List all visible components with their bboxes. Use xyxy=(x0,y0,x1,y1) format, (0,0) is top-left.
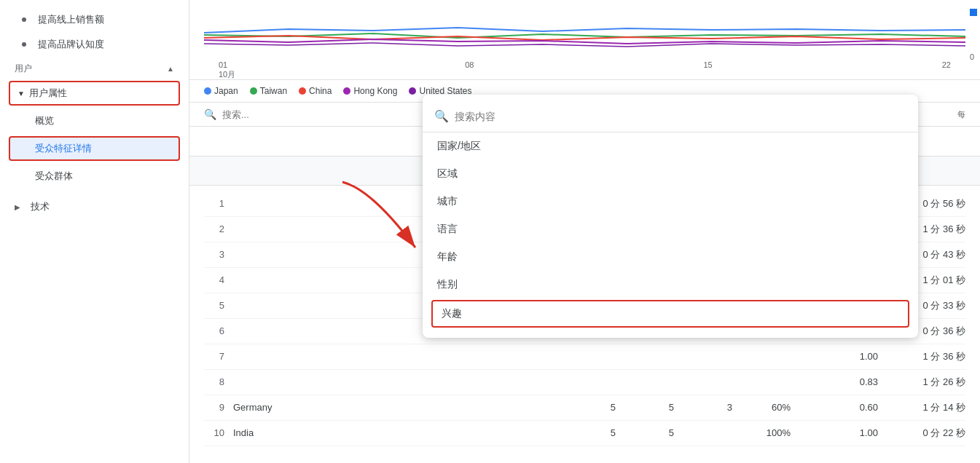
chevron-right-icon: ▼ xyxy=(17,90,25,98)
search-input[interactable] xyxy=(222,109,368,120)
legend-china: China xyxy=(299,86,332,96)
trend-chart xyxy=(204,7,965,58)
legend-japan: Japan xyxy=(204,86,238,96)
legend-dot-japan xyxy=(204,87,211,95)
dropdown-item-country[interactable]: 国家/地区 xyxy=(423,132,918,160)
search-icon: 🔍 xyxy=(204,108,216,120)
legend-taiwan: Taiwan xyxy=(250,86,287,96)
dropdown-item-city[interactable]: 城市 xyxy=(423,188,918,215)
dropdown-search-input[interactable] xyxy=(455,111,906,122)
sidebar-item-user-attributes[interactable]: ▼ 用户属性 xyxy=(9,81,180,106)
sidebar-item-brand[interactable]: 提高品牌认知度 xyxy=(0,32,189,57)
table-row-germany: 9 Germany 5 5 3 60% 0.60 1 分 14 秒 xyxy=(204,395,965,421)
chart-indicator xyxy=(970,9,977,16)
legend-dot-us xyxy=(409,87,416,95)
dropdown-search-area: 🔍 xyxy=(423,103,918,132)
sidebar-item-overview[interactable]: 概览 xyxy=(0,108,189,133)
table-row: 7 1.00 1 分 36 秒 xyxy=(204,344,965,370)
dropdown-item-age[interactable]: 年龄 xyxy=(423,243,918,271)
sidebar-group-users: 用户 ▲ xyxy=(0,57,189,78)
sidebar-item-sales[interactable]: 提高线上销售额 xyxy=(0,7,189,32)
dropdown-item-region[interactable]: 区域 xyxy=(423,160,918,188)
dropdown-search-icon: 🔍 xyxy=(434,109,449,123)
legend-dot-china xyxy=(299,87,306,95)
sidebar: 提高线上销售额 提高品牌认知度 用户 ▲ ▼ 用户属性 概览 受众特征详情 受众… xyxy=(0,0,189,463)
chevron-up-icon: ▲ xyxy=(167,65,174,73)
dimension-dropdown: 🔍 国家/地区 区域 城市 语言 年龄 性别 兴趣 xyxy=(423,95,918,338)
dropdown-item-interests[interactable]: 兴趣 xyxy=(431,300,909,328)
dropdown-item-gender[interactable]: 性别 xyxy=(423,271,918,298)
dropdown-item-language[interactable]: 语言 xyxy=(423,215,918,243)
legend-dot-hongkong xyxy=(343,87,350,95)
sidebar-item-audience-group[interactable]: 受众群体 xyxy=(0,164,189,189)
chevron-right-icon-tech: ▶ xyxy=(15,203,20,211)
x-axis-labels: 0110月 08 15 22 xyxy=(204,60,965,80)
legend-dot-taiwan xyxy=(250,87,257,95)
main-content: 0110月 08 15 22 0 0 Japan Taiwan China Ho… xyxy=(189,0,980,463)
table-row: 8 0.83 1 分 26 秒 xyxy=(204,370,965,395)
table-row-india: 10 India 5 5 100% 1.00 0 分 22 秒 xyxy=(204,421,965,446)
sidebar-item-tech[interactable]: ▶ 技术 xyxy=(0,194,189,219)
sidebar-item-audience-details[interactable]: 受众特征详情 xyxy=(9,136,180,161)
chart-area: 0110月 08 15 22 0 0 xyxy=(189,0,980,80)
legend-hongkong: Hong Kong xyxy=(343,86,397,96)
